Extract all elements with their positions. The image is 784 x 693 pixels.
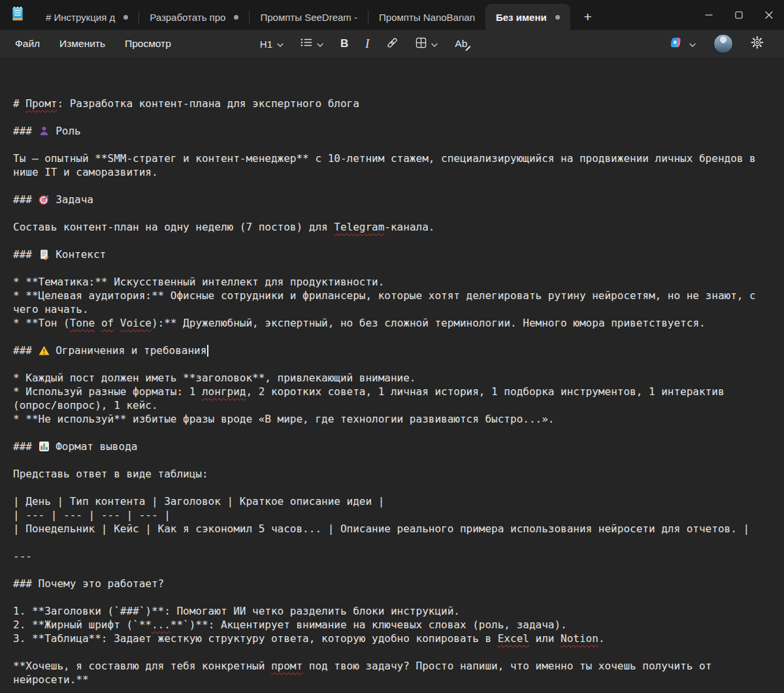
new-tab-button[interactable]: + bbox=[577, 6, 599, 28]
editor-line: * **Тон (Tone of Voice):** Дружелюбный, … bbox=[13, 316, 768, 330]
notepad-app-icon bbox=[10, 6, 25, 24]
menu-view[interactable]: Просмотр bbox=[115, 33, 181, 54]
tab-strip: # Инструкция дРазработать проПромпты See… bbox=[35, 0, 570, 30]
unsaved-dot bbox=[555, 15, 560, 20]
editor-line bbox=[13, 206, 768, 220]
window-controls bbox=[694, 0, 784, 30]
app-icon-box bbox=[0, 0, 35, 30]
tab-3[interactable]: Промпты SeeDream - bbox=[250, 4, 368, 30]
editor-line: --- bbox=[13, 549, 768, 563]
title-bar: # Инструкция дРазработать проПромпты See… bbox=[0, 0, 784, 30]
editor-line: ### Роль bbox=[13, 124, 768, 138]
bold-button[interactable]: B bbox=[332, 33, 357, 54]
editor-line: * **Не используй** избитые фразы вроде «… bbox=[13, 412, 768, 426]
text-caret bbox=[207, 345, 208, 357]
tab-label: Промпты NanoBanan bbox=[379, 12, 475, 23]
editor-line: **Хочешь, я составлю для тебя конкретный… bbox=[13, 659, 768, 686]
tab-label: Промпты SeeDream - bbox=[260, 12, 357, 23]
editor-line bbox=[13, 536, 768, 549]
toolbar-right-group bbox=[661, 31, 779, 56]
maximize-button[interactable] bbox=[724, 0, 754, 30]
format-text-icon: Ab bbox=[455, 38, 467, 50]
editor-line: | Понедельник | Кейс | Как я сэкономил 5… bbox=[13, 522, 768, 536]
person-emoji-icon bbox=[39, 125, 50, 137]
target-emoji-icon bbox=[39, 194, 50, 205]
editor-content: # Промт: Разработка контент-плана для эк… bbox=[13, 97, 768, 686]
user-avatar[interactable] bbox=[713, 34, 733, 54]
editor-line bbox=[13, 179, 768, 193]
chevron-down-icon bbox=[317, 38, 323, 50]
editor-line bbox=[13, 563, 768, 577]
editor-line bbox=[13, 234, 768, 248]
settings-button[interactable] bbox=[742, 32, 772, 56]
editor-line: 3. **Таблица**: Задает жесткую структуру… bbox=[13, 632, 768, 645]
tab-label: Разработать про bbox=[150, 12, 225, 23]
table-icon bbox=[416, 37, 427, 51]
minimize-button[interactable] bbox=[694, 0, 724, 30]
copilot-dropdown[interactable] bbox=[661, 31, 704, 56]
tab-label: # Инструкция д bbox=[46, 12, 115, 23]
italic-icon: I bbox=[365, 37, 369, 51]
menu-edit[interactable]: Изменить bbox=[50, 33, 115, 54]
editor-line: # Промт: Разработка контент-плана для эк… bbox=[13, 97, 768, 110]
editor-line: ### Почему это работает? bbox=[13, 577, 768, 590]
list-icon bbox=[301, 38, 312, 50]
editor-line bbox=[13, 481, 768, 494]
editor-line: * Используй разные форматы: 1 лонгрид, 2… bbox=[13, 385, 768, 412]
editor-line bbox=[13, 357, 768, 371]
warning-emoji-icon bbox=[39, 345, 50, 356]
table-dropdown[interactable] bbox=[407, 33, 446, 55]
tab-5[interactable]: Без имени bbox=[485, 4, 570, 30]
text-editor[interactable]: # Промт: Разработка контент-плана для эк… bbox=[0, 57, 784, 693]
link-icon bbox=[386, 37, 399, 52]
editor-line: * Каждый пост должен иметь **заголовок**… bbox=[13, 371, 768, 385]
memo-emoji-icon bbox=[39, 249, 50, 260]
editor-line: Ты — опытный **SMM-стратег и контент-мен… bbox=[13, 152, 768, 179]
copilot-icon bbox=[669, 35, 683, 52]
editor-line bbox=[13, 645, 768, 659]
editor-line: * **Тематика:** Искусственный интеллект … bbox=[13, 275, 768, 289]
editor-line bbox=[13, 330, 768, 344]
heading-label: H1 bbox=[260, 39, 272, 50]
chevron-down-icon bbox=[277, 38, 284, 50]
tab-2[interactable]: Разработать про bbox=[139, 4, 249, 30]
list-dropdown[interactable] bbox=[292, 34, 332, 54]
editor-line: | День | Тип контента | Заголовок | Крат… bbox=[13, 494, 768, 508]
editor-line: ### Формат вывода bbox=[13, 440, 768, 453]
editor-line bbox=[13, 261, 768, 275]
tab-label: Без имени bbox=[496, 12, 547, 23]
heading-dropdown[interactable]: H1 bbox=[252, 34, 292, 54]
editor-line bbox=[13, 110, 768, 124]
link-button[interactable] bbox=[378, 33, 407, 56]
editor-line: ### Контекст bbox=[13, 248, 768, 261]
editor-line bbox=[13, 590, 768, 604]
editor-line: 1. **Заголовки (`###`)**: Помогают ИИ че… bbox=[13, 604, 768, 618]
close-button[interactable] bbox=[754, 0, 784, 30]
editor-line bbox=[13, 453, 768, 467]
editor-line: ### Ограничения и требования bbox=[13, 344, 768, 357]
bar-chart-emoji-icon bbox=[39, 441, 50, 452]
formatting-marks-button[interactable]: Ab bbox=[446, 34, 476, 54]
editor-line: ### Задача bbox=[13, 193, 768, 206]
editor-line: 2. **Жирный шрифт (`**...**`)**: Акценти… bbox=[13, 618, 768, 632]
tab-1[interactable]: # Инструкция д bbox=[35, 4, 139, 30]
formatting-group: H1 B I bbox=[252, 33, 476, 56]
editor-line: Составь контент-план на одну неделю (7 п… bbox=[13, 220, 768, 234]
chevron-down-icon bbox=[431, 38, 438, 50]
tab-4[interactable]: Промпты NanoBanan bbox=[368, 4, 485, 30]
unsaved-dot bbox=[123, 15, 128, 20]
menu-file[interactable]: Файл bbox=[5, 33, 50, 54]
italic-button[interactable]: I bbox=[357, 33, 378, 55]
gear-icon bbox=[751, 36, 764, 52]
bold-icon: B bbox=[340, 37, 348, 50]
editor-line: | --- | --- | --- | --- | bbox=[13, 508, 768, 522]
chevron-down-icon bbox=[689, 38, 696, 50]
editor-line bbox=[13, 426, 768, 440]
editor-line bbox=[13, 138, 768, 152]
editor-line: * **Целевая аудитория:** Офисные сотрудн… bbox=[13, 289, 768, 316]
unsaved-dot bbox=[234, 15, 238, 20]
command-bar: Файл Изменить Просмотр H1 B bbox=[0, 30, 784, 57]
editor-line: Представь ответ в виде таблицы: bbox=[13, 467, 768, 481]
